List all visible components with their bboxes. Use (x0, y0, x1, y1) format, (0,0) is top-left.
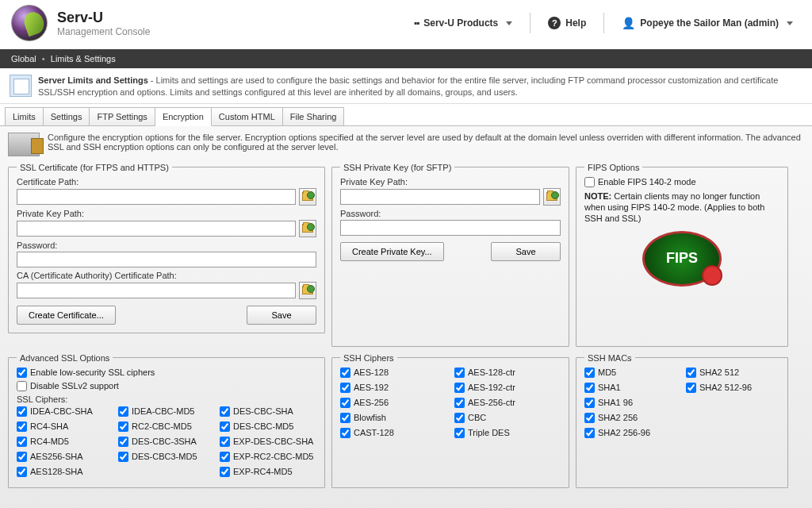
ssh-cipher-blowfish[interactable]: Blowfish (340, 413, 446, 423)
ssl-cert-legend: SSL Certificate (for FTPS and HTTPS) (17, 163, 172, 172)
separator (530, 13, 530, 33)
fips-note: NOTE: Certain clients may no longer func… (584, 190, 779, 225)
chevron-down-icon (787, 21, 793, 25)
folder-icon (546, 192, 557, 201)
ssl-cipher-exp-rc2-cbc-md5[interactable]: EXP-RC2-CBC-MD5 (220, 451, 316, 463)
priv-key-path-label: Private Key Path: (17, 209, 316, 218)
ssh-mac-sha2-512-96[interactable]: SHA2 512-96 (686, 383, 779, 393)
app-title: Serv-U (57, 10, 150, 26)
ssh-cipher-aes-128[interactable]: AES-128 (340, 368, 446, 378)
ssh-private-key-group: SSH Private Key (for SFTP) Private Key P… (331, 163, 569, 347)
settings-document-icon (10, 75, 32, 97)
fips-legend: FIPS Options (584, 163, 642, 172)
adv-ssl-legend: Advanced SSL Options (17, 353, 113, 363)
create-certificate-button[interactable]: Create Certificate... (17, 306, 116, 325)
ssh-privkey-input[interactable] (340, 189, 540, 205)
ssh-macs-group: SSH MACs MD5SHA2 512SHA1SHA2 512-96SHA1 … (576, 353, 788, 488)
user-icon: 👤 (622, 17, 635, 29)
breadcrumb-root[interactable]: Global (11, 54, 36, 64)
breadcrumb-current: Limits & Settings (51, 54, 116, 64)
tab-ftp-settings[interactable]: FTP Settings (90, 107, 155, 126)
enable-low-security-checkbox[interactable]: Enable low-security SSL ciphers (17, 368, 316, 378)
ssh-mac-md5[interactable]: MD5 (584, 368, 678, 378)
fips-options-group: FIPS Options Enable FIPS 140-2 mode NOTE… (576, 163, 788, 347)
user-menu[interactable]: 👤 Popeye the Sailor Man (admin) (622, 17, 793, 29)
browse-ca-button[interactable] (299, 282, 316, 299)
browse-cert-button[interactable] (299, 188, 316, 206)
ssh-mac-sha2-256-96[interactable]: SHA2 256-96 (584, 428, 678, 438)
enable-fips-input[interactable] (584, 177, 595, 187)
ssl-cipher-exp-rc4-md5[interactable]: EXP-RC4-MD5 (220, 466, 316, 478)
ssh-cipher-aes-192-ctr[interactable]: AES-192-ctr (454, 383, 561, 393)
ssl-cipher-exp-des-cbc-sha[interactable]: EXP-DES-CBC-SHA (220, 436, 316, 448)
ssl-certificate-group: SSL Certificate (for FTPS and HTTPS) Cer… (8, 163, 325, 333)
folder-icon (302, 192, 313, 201)
ssl-save-button[interactable]: Save (247, 306, 316, 325)
browse-ssh-key-button[interactable] (543, 188, 561, 206)
ssl-cipher-idea-cbc-md5[interactable]: IDEA-CBC-MD5 (118, 406, 215, 418)
ssl-password-input[interactable] (17, 252, 316, 267)
ssh-cipher-aes-192[interactable]: AES-192 (340, 383, 446, 393)
ssl-cipher-rc4-md5[interactable]: RC4-MD5 (17, 436, 113, 448)
grid-icon: ▪▪ (414, 17, 419, 29)
ssl-cipher-idea-cbc-sha[interactable]: IDEA-CBC-SHA (17, 406, 113, 418)
ssh-cipher-cbc[interactable]: CBC (454, 413, 561, 423)
ca-path-input[interactable] (17, 283, 296, 298)
ssl-cipher-rc4-sha[interactable]: RC4-SHA (17, 421, 113, 433)
chevron-down-icon (506, 21, 512, 25)
tab-custom-html[interactable]: Custom HTML (212, 107, 283, 126)
ssh-mac-sha1-96[interactable]: SHA1 96 (584, 398, 678, 408)
tab-file-sharing[interactable]: File Sharing (283, 107, 345, 126)
ssh-save-button[interactable]: Save (491, 242, 561, 261)
enable-low-security-input[interactable] (17, 368, 27, 378)
ssh-mac-sha1[interactable]: SHA1 (584, 383, 678, 393)
ssl-cipher-rc2-cbc-md5[interactable]: RC2-CBC-MD5 (118, 421, 215, 433)
products-menu[interactable]: ▪▪ Serv-U Products (414, 17, 513, 29)
ssh-mac-sha2-512[interactable]: SHA2 512 (686, 368, 779, 378)
separator (603, 13, 604, 33)
help-link[interactable]: ? Help (548, 17, 586, 29)
cert-path-input[interactable] (17, 189, 296, 205)
app-subtitle: Management Console (57, 26, 150, 37)
ssl-cipher-aes256-sha[interactable]: AES256-SHA (17, 451, 113, 463)
ssh-cipher-aes-128-ctr[interactable]: AES-128-ctr (454, 368, 561, 378)
ssh-cipher-triple-des[interactable]: Triple DES (454, 428, 561, 438)
ssl-password-label: Password: (17, 241, 316, 250)
app-logo-icon (11, 5, 48, 41)
ssl-cipher-des-cbc-3sha[interactable]: DES-CBC-3SHA (118, 436, 215, 448)
tab-encryption[interactable]: Encryption (155, 107, 212, 126)
priv-key-path-input[interactable] (17, 221, 296, 237)
ssl-cipher-des-cbc3-md5[interactable]: DES-CBC3-MD5 (118, 451, 215, 463)
ssh-password-label: Password: (340, 209, 561, 218)
ssh-mac-sha2-256[interactable]: SHA2 256 (584, 413, 678, 423)
cert-path-label: Certificate Path: (17, 177, 316, 187)
ssh-ciphers-group: SSH Ciphers AES-128AES-128-ctrAES-192AES… (331, 353, 569, 488)
ssh-macs-legend: SSH MACs (584, 353, 635, 363)
ssh-cipher-aes-256-ctr[interactable]: AES-256-ctr (454, 398, 561, 408)
encryption-help-text: Configure the encryption options for the… (48, 133, 804, 152)
ssh-ciphers-legend: SSH Ciphers (340, 353, 397, 363)
fips-badge-icon: FIPS (642, 231, 722, 287)
ssh-key-legend: SSH Private Key (for SFTP) (340, 163, 454, 172)
ssh-password-input[interactable] (340, 220, 561, 236)
section-title: Server Limits and Settings (38, 75, 148, 85)
ssh-cipher-cast-128[interactable]: CAST-128 (340, 428, 446, 438)
products-label: Serv-U Products (423, 17, 498, 29)
ssh-privkey-label: Private Key Path: (340, 177, 561, 187)
ssh-cipher-aes-256[interactable]: AES-256 (340, 398, 446, 408)
browse-privkey-button[interactable] (299, 220, 316, 237)
enable-fips-checkbox[interactable]: Enable FIPS 140-2 mode (584, 177, 779, 187)
ssl-cipher-des-cbc-sha[interactable]: DES-CBC-SHA (220, 406, 316, 418)
disable-sslv2-checkbox[interactable]: Disable SSLv2 support (17, 381, 316, 391)
ssl-cipher-aes128-sha[interactable]: AES128-SHA (17, 466, 113, 478)
ssl-ciphers-label: SSL Ciphers: (17, 394, 316, 404)
ca-path-label: CA (Certificate Authority) Certificate P… (17, 271, 316, 280)
tab-limits[interactable]: Limits (5, 107, 44, 126)
breadcrumb: Global • Limits & Settings (0, 49, 812, 68)
ssl-cipher-des-cbc-md5[interactable]: DES-CBC-MD5 (220, 421, 316, 433)
section-description: Server Limits and Settings - Limits and … (38, 75, 802, 98)
disable-sslv2-input[interactable] (17, 381, 27, 391)
create-private-key-button[interactable]: Create Private Key... (340, 242, 444, 261)
server-cert-icon (8, 133, 40, 156)
tab-settings[interactable]: Settings (44, 107, 90, 126)
